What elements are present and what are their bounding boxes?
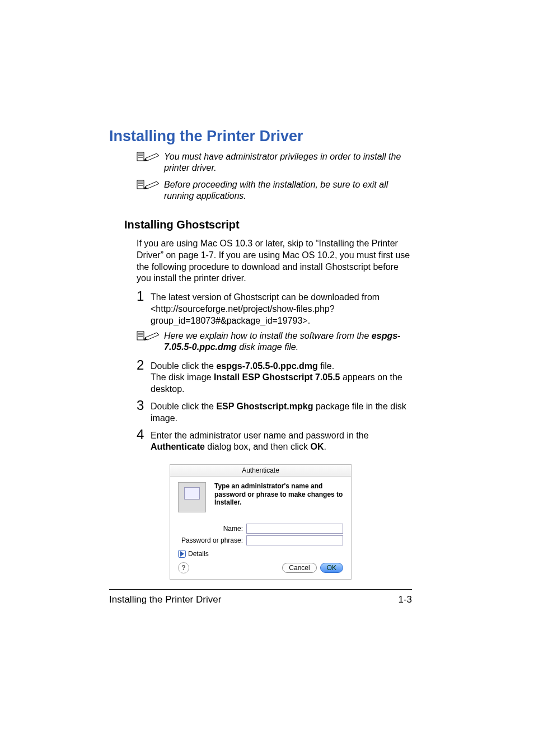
- note-icon: [137, 330, 161, 341]
- note-text: Here we explain how to install the softw…: [164, 330, 412, 353]
- help-button[interactable]: ?: [178, 562, 189, 573]
- footer-page-number: 1-3: [398, 594, 412, 605]
- svg-rect-8: [137, 332, 144, 340]
- name-field[interactable]: [246, 524, 343, 534]
- step-2: 2 Double click the espgs-7.05.5-0.ppc.dm…: [137, 358, 412, 395]
- lock-icon: [178, 482, 206, 512]
- details-disclosure[interactable]: Details: [178, 550, 343, 558]
- step-body: Double click the ESP Ghostscript.mpkg pa…: [151, 399, 412, 424]
- disclosure-triangle-icon: [178, 550, 186, 558]
- note-install-software: Here we explain how to install the softw…: [137, 330, 412, 353]
- step-4: 4 Enter the administrator user name and …: [137, 428, 412, 454]
- password-field[interactable]: [246, 535, 343, 545]
- footer-section-name: Installing the Printer Driver: [109, 594, 398, 605]
- note-exit-apps: Before proceeding with the installation,…: [137, 179, 412, 202]
- page-title: Installing the Printer Driver: [109, 128, 412, 145]
- intro-paragraph: If you are using Mac OS 10.3 or later, s…: [137, 238, 412, 284]
- step-number: 3: [137, 399, 151, 412]
- step-3: 3 Double click the ESP Ghostscript.mpkg …: [137, 399, 412, 424]
- details-label: Details: [188, 550, 209, 558]
- section-title-ghostscript: Installing Ghostscript: [124, 218, 412, 231]
- password-label: Password or phrase:: [178, 536, 246, 544]
- cancel-button[interactable]: Cancel: [282, 563, 316, 573]
- name-label: Name:: [178, 525, 246, 533]
- step-body: The latest version of Ghostscript can be…: [151, 290, 412, 326]
- dialog-title: Authenticate: [170, 465, 351, 477]
- step-1: 1 The latest version of Ghostscript can …: [137, 290, 412, 326]
- note-text: You must have administrator privileges i…: [164, 151, 412, 174]
- step-body: Double click the espgs-7.05.5-0.ppc.dmg …: [151, 358, 412, 395]
- authenticate-dialog: Authenticate Type an administrator's nam…: [170, 464, 352, 580]
- svg-rect-0: [137, 152, 144, 161]
- note-text: Before proceeding with the installation,…: [164, 179, 412, 202]
- ok-button[interactable]: OK: [320, 563, 343, 573]
- dialog-prompt: Type an administrator's name and passwor…: [214, 482, 343, 506]
- step-number: 1: [137, 290, 151, 303]
- name-row: Name:: [178, 524, 343, 534]
- note-icon: [137, 151, 161, 162]
- step-body: Enter the administrator user name and pa…: [151, 428, 412, 454]
- note-admin-priv: You must have administrator privileges i…: [137, 151, 412, 174]
- step-number: 4: [137, 428, 151, 441]
- page-footer: Installing the Printer Driver 1-3: [109, 589, 412, 605]
- note-icon: [137, 179, 161, 190]
- svg-rect-4: [137, 180, 144, 189]
- step-number: 2: [137, 358, 151, 372]
- password-row: Password or phrase:: [178, 535, 343, 545]
